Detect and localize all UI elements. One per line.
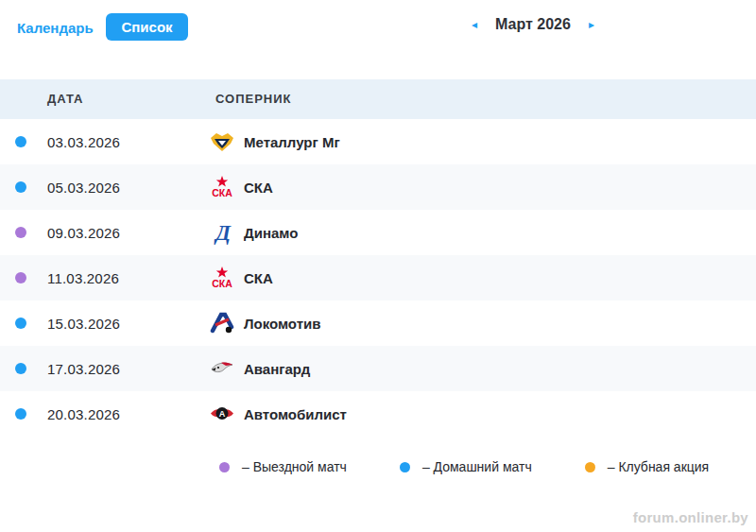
svg-text:СКА: СКА [212, 187, 232, 198]
legend-item-promo: – Клубная акция [585, 459, 710, 474]
club-promo-dot-icon [585, 462, 595, 472]
table-row[interactable]: 03.03.2026 Металлург Мг [0, 119, 756, 164]
table-row[interactable]: 11.03.2026 СКА СКА [0, 255, 756, 300]
match-date: 09.03.2026 [47, 225, 120, 241]
match-date: 11.03.2026 [47, 270, 119, 286]
legend-label: – Выездной матч [242, 459, 347, 474]
match-type-dot [15, 363, 26, 374]
lokomotiv-logo-icon [210, 311, 234, 335]
month-navigator: ◂ Март 2026 ▸ [470, 16, 596, 33]
match-date: 17.03.2026 [47, 361, 120, 377]
ska-logo-icon: СКА [210, 266, 234, 290]
home-match-dot-icon [400, 462, 410, 472]
ska-logo-icon: СКА [210, 175, 234, 199]
table-header-row: ДАТА СОПЕРНИК [0, 79, 756, 119]
metallurg-logo-icon [210, 129, 234, 154]
legend-label: – Клубная акция [608, 459, 710, 474]
match-type-dot [15, 408, 26, 420]
tab-calendar[interactable]: Календарь [17, 20, 94, 36]
match-date: 15.03.2026 [47, 316, 120, 332]
match-date: 03.03.2026 [47, 134, 120, 150]
column-header-date: ДАТА [47, 79, 84, 119]
opponent-name: СКА [244, 270, 273, 286]
match-type-dot [15, 227, 26, 238]
match-type-dot [15, 181, 26, 193]
match-type-dot [15, 272, 26, 283]
schedule-page: Календарь Список ◂ Март 2026 ▸ ДАТА СОПЕ… [0, 0, 756, 532]
tab-list[interactable]: Список [106, 13, 188, 41]
match-type-dot [15, 136, 26, 147]
match-type-dot [15, 317, 26, 329]
table-row[interactable]: 17.03.2026 Авангард [0, 346, 756, 391]
opponent-name: Металлург Мг [244, 134, 340, 150]
legend-item-home: – Домашний матч [400, 459, 532, 474]
svg-text:СКА: СКА [212, 278, 232, 289]
table-row[interactable]: 15.03.2026 Локомотив [0, 300, 756, 346]
legend-label: – Домашний матч [422, 459, 532, 474]
table-row[interactable]: 05.03.2026 СКА СКА [0, 164, 756, 210]
avangard-logo-icon [210, 356, 234, 381]
next-month-icon[interactable]: ▸ [587, 17, 596, 32]
prev-month-icon[interactable]: ◂ [470, 17, 479, 32]
table-row[interactable]: 20.03.2026 А Автомобилист [0, 391, 756, 437]
watermark: forum.onliner.by [633, 509, 748, 525]
svg-text:Д: Д [214, 221, 232, 245]
view-switcher-bar: Календарь Список ◂ Март 2026 ▸ [0, 0, 756, 55]
opponent-name: Авангард [244, 361, 310, 377]
match-date: 20.03.2026 [47, 406, 120, 422]
away-match-dot-icon [219, 462, 230, 472]
opponent-name: Автомобилист [244, 406, 347, 422]
column-header-opponent: СОПЕРНИК [215, 79, 292, 119]
opponent-name: Локомотив [244, 316, 320, 332]
schedule-table: ДАТА СОПЕРНИК 03.03.2026 Металлург Мг 05… [0, 79, 756, 437]
opponent-name: СКА [244, 180, 273, 196]
dynamo-logo-icon: Д [210, 220, 234, 245]
table-row[interactable]: 09.03.2026 Д Динамо [0, 210, 756, 255]
avtomobilist-logo-icon: А [210, 402, 234, 426]
opponent-name: Динамо [244, 225, 298, 241]
legend-item-away: – Выездной матч [219, 459, 347, 474]
legend: – Выездной матч – Домашний матч – Клубна… [219, 459, 709, 474]
month-label: Март 2026 [495, 16, 571, 33]
svg-text:А: А [219, 409, 226, 419]
match-date: 05.03.2026 [47, 180, 120, 196]
table-body: 03.03.2026 Металлург Мг 05.03.2026 СКА С… [0, 119, 756, 437]
